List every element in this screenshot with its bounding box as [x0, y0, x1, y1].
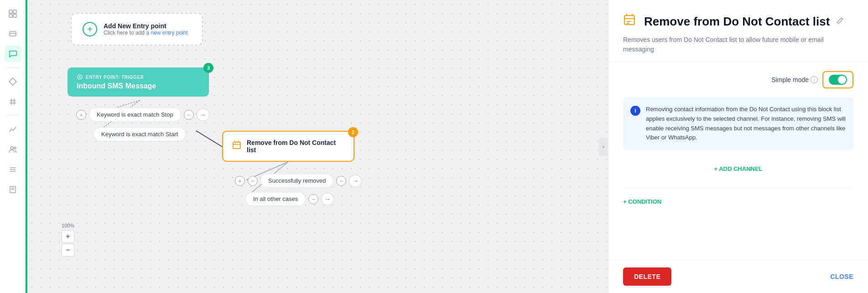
sidebar-icon-layers[interactable]	[5, 26, 21, 42]
zoom-controls: 100% + −	[62, 223, 74, 257]
zoom-in-button[interactable]: +	[62, 230, 74, 243]
info-box: i Removing contact information from the …	[623, 98, 853, 150]
svg-point-11	[14, 147, 16, 149]
keyword-start-pill[interactable]: Keyword is exact match Start	[94, 127, 186, 141]
add-channel-button[interactable]: + ADD CHANNEL	[623, 161, 853, 177]
keyword-stop-minus[interactable]: −	[184, 110, 194, 120]
add-entry-subtitle-plain: Click here to add	[104, 30, 146, 36]
output-other-pill[interactable]: In all other cases	[245, 192, 306, 206]
output-removed-minus2[interactable]: −	[336, 176, 346, 186]
close-button[interactable]: CLOSE	[830, 273, 853, 280]
panel-header: Remove from Do Not Contact list Removes …	[608, 0, 868, 62]
svg-rect-2	[9, 14, 12, 17]
panel-collapse-arrow[interactable]: ›	[599, 138, 608, 156]
sidebar-icon-list[interactable]	[5, 161, 21, 178]
zoom-label: 100%	[62, 223, 74, 228]
simple-mode-box	[822, 71, 853, 88]
info-circle-icon: i	[630, 106, 640, 116]
delete-button[interactable]: DELETE	[623, 267, 671, 286]
add-entry-subtitle-link[interactable]: a new entry point	[146, 30, 187, 36]
zoom-out-button[interactable]: −	[62, 244, 74, 257]
trigger-node[interactable]: 3 ENTRY POINT: TRIGGER Inbound SMS Messa…	[68, 67, 209, 97]
trigger-badge: 3	[203, 63, 213, 73]
panel-footer: DELETE CLOSE	[608, 260, 868, 293]
dnc-title: Remove from Do Not Contact list	[247, 139, 344, 154]
add-entry-node[interactable]: + Add New Entry point Click here to add …	[71, 13, 203, 46]
add-entry-text: Add New Entry point Click here to add a …	[104, 22, 188, 36]
svg-rect-1	[13, 10, 16, 13]
output-other-minus[interactable]: −	[308, 194, 318, 204]
dnc-node[interactable]: 2 Remove from Do Not Contact list	[222, 131, 354, 162]
keyword-start-row: Keyword is exact match Start	[94, 127, 186, 141]
add-entry-plus-icon: +	[83, 22, 97, 36]
output-removed-row: + − Successfully removed − →	[235, 174, 362, 188]
add-condition-button[interactable]: + CONDITION	[623, 195, 853, 208]
svg-rect-3	[13, 14, 16, 17]
output-removed-arrow[interactable]: →	[349, 175, 362, 187]
dnc-icon	[232, 140, 242, 153]
panel-divider	[623, 188, 853, 188]
simple-mode-info-icon[interactable]: i	[811, 76, 818, 83]
output-other-arrow[interactable]: →	[321, 193, 334, 206]
simple-mode-text: Simple mode	[771, 76, 809, 83]
panel-subtitle: Removes users from Do Not Contact list t…	[623, 35, 853, 54]
output-removed-minus[interactable]: −	[248, 176, 258, 186]
svg-rect-4	[10, 31, 16, 36]
sidebar-icon-tag[interactable]	[5, 73, 21, 90]
svg-marker-5	[9, 78, 16, 85]
panel-title-row: Remove from Do Not Contact list	[623, 13, 853, 31]
simple-mode-label: Simple mode i	[771, 76, 818, 83]
simple-mode-row: Simple mode i	[623, 71, 853, 88]
info-text: Removing contact information from the Do…	[646, 105, 846, 143]
sidebar-icon-chart[interactable]	[5, 121, 21, 138]
sidebar-icon-grid[interactable]	[5, 5, 21, 22]
keyword-stop-add[interactable]: +	[76, 110, 86, 120]
simple-mode-toggle[interactable]	[829, 75, 847, 85]
sidebar-icon-bookmark[interactable]	[5, 181, 21, 198]
svg-rect-0	[9, 10, 12, 13]
output-other-row: In all other cases − →	[245, 192, 334, 206]
add-entry-title: Add New Entry point	[104, 22, 188, 30]
keyword-stop-pill[interactable]: Keyword is exact match Stop	[89, 108, 181, 122]
dnc-badge: 2	[348, 127, 358, 137]
keyword-start-text: Keyword is exact match Start	[101, 131, 178, 138]
add-entry-subtitle: Click here to add a new entry point	[104, 30, 188, 36]
sidebar	[0, 0, 26, 293]
svg-rect-25	[233, 142, 240, 149]
panel-title: Remove from Do Not Contact list	[644, 15, 830, 29]
output-removed-add[interactable]: +	[235, 176, 245, 186]
sidebar-icon-chat[interactable]	[5, 46, 21, 62]
output-other-text: In all other cases	[253, 195, 298, 202]
trigger-label: ENTRY POINT: TRIGGER	[77, 74, 200, 80]
output-removed-pill[interactable]: Successfully removed	[260, 174, 333, 188]
keyword-stop-text: Keyword is exact match Stop	[97, 111, 173, 118]
toggle-thumb	[838, 76, 846, 84]
keyword-stop-arrow[interactable]: →	[197, 108, 209, 121]
sidebar-icon-people[interactable]	[5, 141, 21, 158]
svg-point-10	[10, 147, 13, 149]
output-removed-text: Successfully removed	[268, 177, 326, 184]
edit-icon[interactable]	[836, 16, 844, 27]
keyword-stop-row: + Keyword is exact match Stop − →	[76, 108, 209, 122]
trigger-title: Inbound SMS Message	[77, 82, 200, 90]
canvas: + Add New Entry point Click here to add …	[27, 0, 608, 293]
svg-point-24	[79, 76, 81, 78]
panel-body: Simple mode i i Removing contact informa…	[608, 62, 868, 260]
sidebar-icon-hash[interactable]	[5, 93, 21, 110]
right-panel: Remove from Do Not Contact list Removes …	[608, 0, 868, 293]
panel-icon	[623, 13, 638, 31]
sidebar-divider	[5, 67, 20, 68]
sidebar-divider-2	[5, 115, 20, 116]
svg-rect-27	[624, 15, 634, 25]
